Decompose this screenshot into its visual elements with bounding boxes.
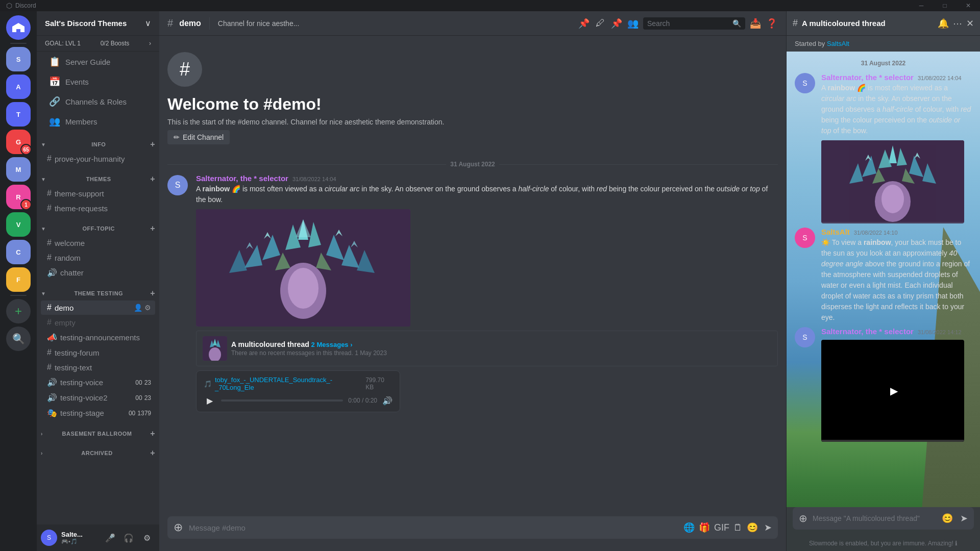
gift-button[interactable]: 🎁 xyxy=(699,522,710,533)
thread-close-button[interactable]: ✕ xyxy=(966,18,974,29)
sticker-button[interactable]: 🗒 xyxy=(733,522,743,533)
send-button[interactable]: ➤ xyxy=(764,522,772,533)
thread-message-author-2[interactable]: SaltsAlt xyxy=(821,228,850,236)
thread-send-button[interactable]: ➤ xyxy=(960,513,968,524)
category-info[interactable]: ▼ INFO + xyxy=(37,132,159,151)
close-button[interactable]: ✕ xyxy=(957,0,980,11)
voice-channel-icon: 🔊 xyxy=(47,268,57,278)
thread-preview[interactable]: A multicoloured thread 2 Messages › Ther… xyxy=(196,331,778,366)
channel-welcome[interactable]: # welcome xyxy=(41,236,155,250)
thread-attach-button[interactable]: ⊕ xyxy=(799,512,807,524)
add-members-button[interactable]: 👥 xyxy=(627,17,639,30)
category-basement-ballroom[interactable]: › BASEMENT BALLROOM + xyxy=(37,421,159,440)
category-theme-testing-add-icon[interactable]: + xyxy=(150,289,155,298)
server-icon-5[interactable]: M xyxy=(6,157,31,182)
category-themes[interactable]: ▼ THEMES + xyxy=(37,166,159,186)
pins-icon-button[interactable]: 🖊 xyxy=(594,17,606,30)
channel-testing-stage[interactable]: 🎭 testing-stage 00 1379 xyxy=(41,406,155,420)
thread-icon-button[interactable]: 📌 xyxy=(578,17,590,30)
user-info: Salte... 🎮•🎵 xyxy=(61,531,98,545)
settings-button[interactable]: ⚙ xyxy=(139,530,155,546)
channel-testing-forum[interactable]: # testing-forum xyxy=(41,345,155,360)
channel-theme-requests[interactable]: # theme-requests xyxy=(41,201,155,215)
thread-messages-link[interactable]: 2 Messages › xyxy=(311,341,353,348)
add-server-button[interactable]: + xyxy=(6,299,31,323)
welcome-section: # Welcome to #demo! This is the start of… xyxy=(159,44,786,157)
user-controls: 🎤 🎧 ⚙ xyxy=(102,530,155,546)
channel-testing-text[interactable]: # testing-text xyxy=(41,360,155,374)
maximize-button[interactable]: □ xyxy=(933,0,957,11)
emoji-button[interactable]: 😊 xyxy=(747,522,758,533)
help-button[interactable]: ❓ xyxy=(766,17,778,30)
thread-bell-button[interactable]: 🔔 xyxy=(938,18,949,29)
channel-chatter[interactable]: 🔊 chatter xyxy=(41,265,155,280)
members-list-button[interactable]: 📌 xyxy=(610,17,623,30)
category-archived-add-icon[interactable]: + xyxy=(150,448,155,458)
home-server-icon[interactable] xyxy=(6,15,31,40)
explore-servers-button[interactable]: 🔍 xyxy=(6,327,31,351)
channel-prove-your-humanity[interactable]: # prove-your-humanity xyxy=(41,152,155,166)
volume-button[interactable]: 🔊 xyxy=(382,396,393,406)
channel-demo[interactable]: # demo 👤 ⚙ xyxy=(41,300,155,315)
server-header[interactable]: Salt's Discord Themes ∨ xyxy=(37,11,159,36)
channel-testing-announcements[interactable]: 📣 testing-announcements xyxy=(41,330,155,345)
message-image[interactable] xyxy=(196,209,410,327)
channel-testing-voice2[interactable]: 🔊 testing-voice2 00 23 xyxy=(41,390,155,405)
headset-button[interactable]: 🎧 xyxy=(120,530,137,546)
channel-random[interactable]: # random xyxy=(41,251,155,265)
thread-emoji-button[interactable]: 😊 xyxy=(942,513,953,524)
channel-settings-gear-icon[interactable]: ⚙ xyxy=(144,304,151,312)
search-bar[interactable]: Search 🔍 xyxy=(643,17,745,30)
thread-video[interactable]: ▶ xyxy=(821,340,964,442)
server-icon-3[interactable]: T xyxy=(6,102,31,127)
inbox-button[interactable]: 📥 xyxy=(749,17,762,30)
category-theme-testing[interactable]: ▼ THEME TESTING + xyxy=(37,281,159,300)
channel-empty[interactable]: # empty xyxy=(41,315,155,330)
thread-message-author[interactable]: Salternator, the * selector xyxy=(821,73,914,82)
server-icon-9[interactable]: F xyxy=(6,267,31,292)
thread-starter-link[interactable]: SaltsAlt xyxy=(827,40,849,47)
category-themes-add-icon[interactable]: + xyxy=(150,174,155,184)
category-basement-add-icon[interactable]: + xyxy=(150,429,155,438)
message-input[interactable] xyxy=(189,523,677,532)
category-off-topic-add-icon[interactable]: + xyxy=(150,224,155,233)
server-icon-4[interactable]: G xyxy=(6,130,31,154)
server-icon-6[interactable]: R xyxy=(6,185,31,209)
channel-settings-person-icon[interactable]: 👤 xyxy=(134,304,142,312)
thread-message-input[interactable] xyxy=(813,514,937,522)
nav-item-channels-roles[interactable]: 🔗 Channels & Roles xyxy=(41,92,155,111)
channel-testing-voice[interactable]: 🔊 testing-voice 00 23 xyxy=(41,375,155,390)
server-icon-7[interactable]: V xyxy=(6,212,31,237)
boost-bar[interactable]: GOAL: LVL 1 0/2 Boosts › xyxy=(37,36,159,52)
category-archived[interactable]: › ARCHIVED + xyxy=(37,440,159,460)
info-icon: ℹ xyxy=(955,540,958,547)
nav-item-server-guide[interactable]: 📋 Server Guide xyxy=(41,52,155,71)
main-content: # demo Channel for nice aesthe... 📌 🖊 📌 … xyxy=(159,11,786,551)
nav-item-events-label: Events xyxy=(65,78,89,86)
category-off-topic[interactable]: ▼ OFF-TOPIC + xyxy=(37,216,159,235)
translate-button[interactable]: 🌐 xyxy=(683,522,695,533)
gif-button[interactable]: GIF xyxy=(714,522,729,533)
audio-progress-bar[interactable] xyxy=(221,399,343,402)
nav-item-members[interactable]: 👥 Members xyxy=(41,112,155,131)
server-icon-8[interactable]: C xyxy=(6,240,31,264)
microphone-button[interactable]: 🎤 xyxy=(102,530,118,546)
nav-item-server-guide-label: Server Guide xyxy=(65,58,110,66)
thread-video-play-button[interactable]: ▶ xyxy=(880,379,905,403)
thread-crystal-image[interactable] xyxy=(821,140,964,223)
minimize-button[interactable]: ─ xyxy=(910,0,933,11)
edit-channel-button[interactable]: ✏ Edit Channel xyxy=(167,130,230,144)
thread-more-button[interactable]: ⋯ xyxy=(953,18,962,29)
play-button[interactable]: ▶ xyxy=(204,394,216,407)
text-channel-icon: # xyxy=(47,204,52,213)
message-author[interactable]: Salternator, the * selector xyxy=(196,174,288,183)
server-icon-2[interactable]: A xyxy=(6,74,31,99)
category-info-add-icon[interactable]: + xyxy=(150,140,155,149)
nav-item-events[interactable]: 📅 Events xyxy=(41,72,155,91)
channel-theme-support[interactable]: # theme-support xyxy=(41,186,155,201)
message-avatar: S xyxy=(167,175,188,195)
thread-message-author-3[interactable]: Salternator, the * selector xyxy=(821,327,914,336)
server-icon-1[interactable]: S xyxy=(6,47,31,71)
attach-button[interactable]: ⊕ xyxy=(174,521,183,534)
voice-channel-icon: 🔊 xyxy=(47,378,57,387)
